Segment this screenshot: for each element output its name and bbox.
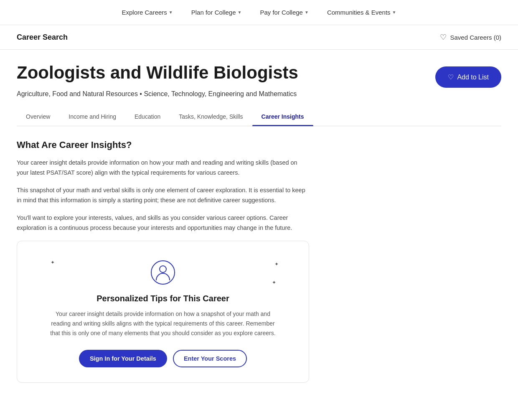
career-categories: Agriculture, Food and Natural Resources … xyxy=(17,89,419,99)
sparkle-icon-tl: ✦ xyxy=(51,260,55,265)
career-insights-para2: This snapshot of your math and verbal sk… xyxy=(17,186,309,206)
card-description: Your career insight details provide info… xyxy=(46,309,280,338)
card-title: Personalized Tips for This Career xyxy=(30,294,296,303)
pay-for-college-chevron-icon: ▼ xyxy=(305,10,309,15)
nav-explore-careers-label: Explore Careers xyxy=(122,9,167,16)
career-search-title: Career Search xyxy=(17,33,68,42)
main-content: Zoologists and Wildlife Biologists Agric… xyxy=(0,50,518,396)
person-star-icon xyxy=(150,260,175,285)
add-to-list-label: Add to List xyxy=(457,74,489,81)
tab-tasks-knowledge-skills[interactable]: Tasks, Knowledge, Skills xyxy=(170,107,252,126)
nav-pay-for-college[interactable]: Pay for College ▼ xyxy=(252,5,316,19)
career-insights-heading: What Are Career Insights? xyxy=(17,140,501,150)
svg-point-1 xyxy=(160,266,166,272)
saved-careers-button[interactable]: ♡ Saved Careers (0) xyxy=(440,33,501,42)
enter-scores-button[interactable]: Enter Your Scores xyxy=(173,350,247,367)
nav-communities-events[interactable]: Communities & Events ▼ xyxy=(320,5,404,19)
card-actions: Sign In for Your Details Enter Your Scor… xyxy=(30,350,296,367)
nav-explore-careers[interactable]: Explore Careers ▼ xyxy=(114,5,180,19)
plan-for-college-chevron-icon: ▼ xyxy=(238,10,242,15)
tab-bar: Overview Income and Hiring Education Tas… xyxy=(17,107,501,126)
career-title: Zoologists and Wildlife Biologists xyxy=(17,62,419,83)
tab-career-insights[interactable]: Career Insights xyxy=(252,107,313,126)
sparkle-icon-bl: ✦ xyxy=(272,280,276,285)
second-bar: Career Search ♡ Saved Careers (0) xyxy=(0,25,518,50)
career-insights-para3: You'll want to explore your interests, v… xyxy=(17,213,309,233)
nav-plan-for-college-label: Plan for College xyxy=(191,9,236,16)
career-title-block: Zoologists and Wildlife Biologists Agric… xyxy=(17,62,419,99)
heart-icon: ♡ xyxy=(440,33,447,42)
career-insights-section: What Are Career Insights? Your career in… xyxy=(17,126,501,396)
nav-pay-for-college-label: Pay for College xyxy=(260,9,303,16)
communities-events-chevron-icon: ▼ xyxy=(392,10,396,15)
add-to-list-heart-icon: ♡ xyxy=(448,73,454,81)
top-navigation: Explore Careers ▼ Plan for College ▼ Pay… xyxy=(0,0,518,25)
tab-income-hiring[interactable]: Income and Hiring xyxy=(59,107,125,126)
add-to-list-button[interactable]: ♡ Add to List xyxy=(435,66,501,88)
nav-plan-for-college[interactable]: Plan for College ▼ xyxy=(184,5,249,19)
sign-in-button[interactable]: Sign In for Your Details xyxy=(79,350,167,367)
career-insights-para1: Your career insight details provide info… xyxy=(17,158,309,178)
career-header: Zoologists and Wildlife Biologists Agric… xyxy=(17,62,501,99)
tab-overview[interactable]: Overview xyxy=(17,107,59,126)
nav-communities-events-label: Communities & Events xyxy=(327,9,391,16)
card-icon-area: ✦ ✦ ✦ xyxy=(30,258,296,287)
saved-careers-label: Saved Careers (0) xyxy=(450,34,501,41)
personalized-tips-card: ✦ ✦ ✦ Personalized Tips for This Career … xyxy=(17,241,309,383)
tab-education[interactable]: Education xyxy=(125,107,170,126)
explore-careers-chevron-icon: ▼ xyxy=(169,10,173,15)
sparkle-icon-tr: ✦ xyxy=(274,261,279,267)
